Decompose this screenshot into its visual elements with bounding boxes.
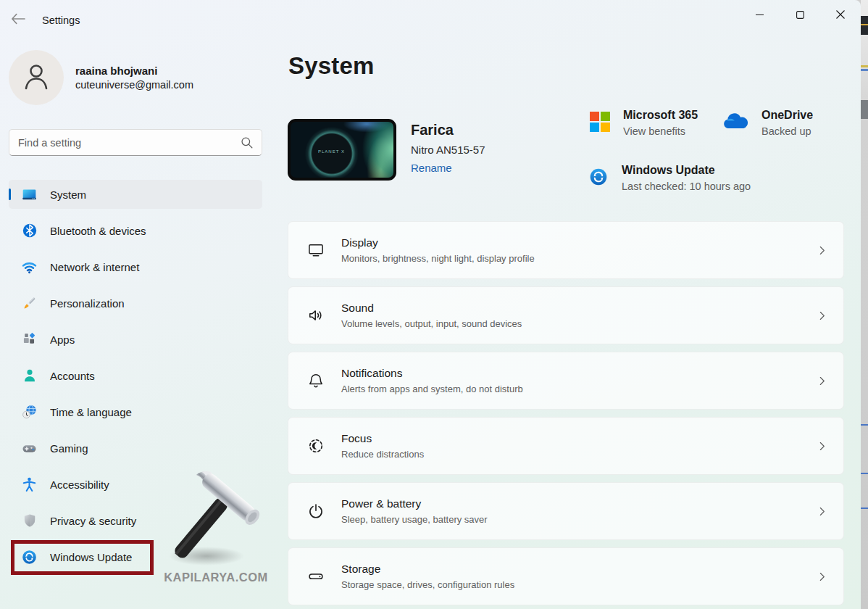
settings-window: Settings	[0, 0, 861, 609]
sidebar-item-label: Bluetooth & devices	[50, 225, 146, 237]
card-subtitle: Monitors, brightness, night light, displ…	[341, 253, 801, 264]
card-power-battery[interactable]: Power & battery Sleep, battery usage, ba…	[288, 482, 844, 540]
device-info: PLANET X Farica Nitro AN515-57 Rename	[288, 119, 485, 181]
window-title: Settings	[42, 14, 80, 26]
card-subtitle: Reduce distractions	[341, 449, 801, 460]
windows-update-tile[interactable]: Windows Update Last checked: 10 hours ag…	[588, 164, 751, 192]
rename-link[interactable]: Rename	[411, 162, 452, 174]
tile-title: Windows Update	[622, 164, 751, 177]
card-sound[interactable]: Sound Volume levels, output, input, soun…	[288, 286, 844, 344]
device-wallpaper-thumbnail: PLANET X	[288, 119, 396, 181]
background-scrollbar-thumb	[861, 100, 868, 119]
maximize-icon	[796, 10, 804, 21]
chevron-right-icon	[817, 310, 827, 321]
card-notifications[interactable]: Notifications Alerts from apps and syste…	[288, 352, 844, 410]
titlebar: Settings	[0, 0, 861, 41]
accessibility-icon	[21, 476, 38, 493]
accounts-icon	[21, 368, 38, 384]
microsoft-365-icon	[590, 112, 610, 132]
card-display[interactable]: Display Monitors, brightness, night ligh…	[288, 221, 844, 279]
search-box	[9, 129, 262, 156]
page-title: System	[288, 52, 375, 80]
sidebar-item-label: Time & language	[50, 406, 132, 418]
notifications-icon	[306, 371, 325, 391]
sound-icon	[306, 306, 325, 326]
card-subtitle: Sleep, battery usage, battery saver	[341, 514, 801, 525]
card-subtitle: Alerts from apps and system, do not dist…	[341, 384, 801, 394]
tile-title: Microsoft 365	[623, 109, 698, 122]
tile-subtitle: Backed up	[761, 125, 813, 137]
search-input[interactable]	[9, 137, 241, 149]
back-button[interactable]	[4, 7, 32, 32]
card-subtitle: Volume levels, output, input, sound devi…	[341, 318, 801, 329]
selection-indicator	[9, 188, 11, 200]
settings-card-list: Display Monitors, brightness, night ligh…	[288, 221, 844, 609]
sidebar-item-label: Personalization	[50, 297, 125, 310]
tile-title: OneDrive	[761, 109, 813, 122]
chevron-right-icon	[817, 571, 827, 582]
device-name: Farica	[411, 122, 485, 138]
person-outline-icon	[21, 61, 51, 94]
chevron-right-icon	[817, 506, 827, 517]
sidebar-item-system[interactable]: System	[9, 180, 262, 209]
screenshot-root: Settings	[0, 0, 868, 609]
card-title: Power & battery	[341, 497, 801, 510]
sidebar-item-label: Gaming	[50, 442, 88, 455]
card-title: Sound	[341, 302, 801, 315]
profile-card[interactable]: raaina bhojwani cuteuniverse@gmail.com	[9, 49, 262, 106]
card-title: Display	[341, 236, 801, 249]
background-window-sliver	[861, 0, 868, 609]
sidebar-item-accounts[interactable]: Accounts	[9, 361, 262, 390]
sidebar-item-label: Accessibility	[50, 478, 109, 491]
sidebar-item-label: Network & internet	[50, 261, 139, 273]
window-controls	[739, 0, 861, 30]
windows-update-icon	[588, 167, 609, 187]
gaming-icon	[21, 440, 38, 457]
card-subtitle: Storage space, drives, configuration rul…	[341, 579, 801, 590]
watermark: KAPILARYA.COM	[154, 468, 277, 584]
close-button[interactable]	[820, 0, 861, 30]
sidebar-item-bluetooth-devices[interactable]: Bluetooth & devices	[9, 216, 262, 245]
back-arrow-icon	[11, 13, 25, 27]
personalization-icon	[21, 295, 38, 312]
onedrive-tile[interactable]: OneDrive Backed up	[722, 109, 813, 137]
profile-email: cuteuniverse@gmail.com	[75, 79, 193, 91]
card-title: Focus	[341, 432, 801, 445]
network-icon	[21, 259, 38, 276]
sidebar-item-label: Accounts	[50, 370, 95, 382]
sidebar-item-label: System	[50, 188, 86, 201]
time-language-icon	[21, 404, 38, 420]
profile-name: raaina bhojwani	[75, 65, 193, 77]
sidebar-item-label: Windows Update	[50, 551, 132, 563]
sidebar-item-apps[interactable]: Apps	[9, 325, 262, 354]
watermark-text: KAPILARYA.COM	[154, 571, 277, 584]
search-icon	[241, 136, 262, 149]
tile-subtitle: Last checked: 10 hours ago	[622, 181, 751, 192]
apps-icon	[21, 331, 38, 348]
sidebar-item-gaming[interactable]: Gaming	[9, 434, 262, 463]
minimize-icon	[756, 10, 764, 21]
focus-icon	[306, 436, 325, 456]
chevron-right-icon	[817, 245, 827, 256]
windows-update-icon	[21, 549, 38, 566]
card-focus[interactable]: Focus Reduce distractions	[288, 417, 844, 475]
power-icon	[306, 502, 325, 521]
chevron-right-icon	[817, 376, 827, 386]
minimize-button[interactable]	[739, 0, 780, 30]
sidebar-item-network-internet[interactable]: Network & internet	[9, 252, 262, 281]
avatar	[9, 50, 64, 105]
sidebar-item-personalization[interactable]: Personalization	[9, 289, 262, 318]
system-icon	[21, 186, 38, 203]
card-title: Storage	[341, 563, 801, 576]
maximize-button[interactable]	[780, 0, 820, 30]
sidebar-item-label: Apps	[50, 334, 75, 346]
close-icon	[836, 10, 845, 21]
privacy-security-icon	[21, 513, 38, 529]
display-icon	[306, 241, 325, 260]
card-storage[interactable]: Storage Storage space, drives, configura…	[288, 547, 844, 605]
tile-subtitle: View benefits	[623, 125, 698, 137]
sidebar-item-label: Privacy & security	[50, 515, 136, 527]
microsoft-365-tile[interactable]: Microsoft 365 View benefits	[590, 109, 698, 137]
sidebar-item-time-language[interactable]: Time & language	[9, 397, 262, 426]
device-model: Nitro AN515-57	[411, 144, 485, 156]
